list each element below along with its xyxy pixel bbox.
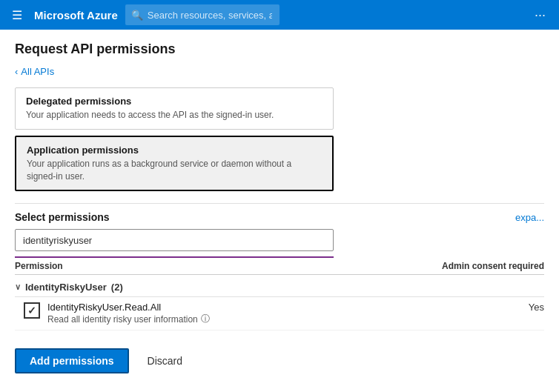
select-permissions-header: Select permissions expa... <box>15 211 544 223</box>
application-desc: Your application runs as a background se… <box>27 158 322 183</box>
discard-button[interactable]: Discard <box>136 349 194 373</box>
expand-link[interactable]: expa... <box>515 212 544 223</box>
delegated-desc: Your application needs to access the API… <box>26 109 322 122</box>
permission-consent: Yes <box>455 302 544 313</box>
bottom-bar: Add permissions Discard <box>15 342 544 373</box>
group-chevron: ∨ <box>15 282 21 292</box>
search-wrapper: 🔍 <box>125 4 407 25</box>
nav-bar: ☰ Microsoft Azure 🔍 ··· <box>0 0 559 30</box>
back-link[interactable]: ‹ All APIs <box>15 66 54 77</box>
permission-group: ∨ IdentityRiskyUser (2) ✓ IdentityRiskyU… <box>15 278 544 330</box>
page-content: Request API permissions ‹ All APIs Deleg… <box>0 30 559 392</box>
app-logo: Microsoft Azure <box>34 9 118 21</box>
permission-cards: Delegated permissions Your application n… <box>15 87 334 191</box>
permission-group-header[interactable]: ∨ IdentityRiskyUser (2) <box>15 278 544 297</box>
permissions-search-input[interactable] <box>15 229 334 251</box>
application-title: Application permissions <box>27 144 322 156</box>
col-consent-header: Admin consent required <box>442 261 544 271</box>
delegated-permissions-card[interactable]: Delegated permissions Your application n… <box>15 87 334 130</box>
hamburger-icon[interactable]: ☰ <box>7 5 27 25</box>
application-permissions-card[interactable]: Application permissions Your application… <box>15 136 334 192</box>
back-link-label: All APIs <box>21 66 54 77</box>
col-permission-header: Permission <box>15 261 63 271</box>
group-name: IdentityRiskyUser <box>25 282 107 293</box>
permission-row: ✓ IdentityRiskyUser.Read.All Read all id… <box>15 297 544 330</box>
table-header: Permission Admin consent required <box>15 258 544 275</box>
more-options-icon[interactable]: ··· <box>529 4 552 26</box>
page-title: Request API permissions <box>15 41 544 57</box>
delegated-title: Delegated permissions <box>26 96 322 107</box>
search-input-wrap <box>15 229 334 251</box>
check-icon: ✓ <box>27 305 36 316</box>
permission-name: IdentityRiskyUser.Read.All <box>47 302 455 313</box>
permission-info: IdentityRiskyUser.Read.All Read all iden… <box>47 302 455 325</box>
nav-search-input[interactable] <box>125 4 280 25</box>
back-chevron: ‹ <box>15 66 18 77</box>
section-title: Select permissions <box>15 211 110 223</box>
add-permissions-button[interactable]: Add permissions <box>15 348 129 373</box>
permission-checkbox[interactable]: ✓ <box>24 302 40 319</box>
permission-description: Read all identity risky user information… <box>47 313 455 325</box>
divider <box>15 203 544 204</box>
info-icon[interactable]: ⓘ <box>201 313 210 325</box>
group-count: (2) <box>111 282 123 293</box>
